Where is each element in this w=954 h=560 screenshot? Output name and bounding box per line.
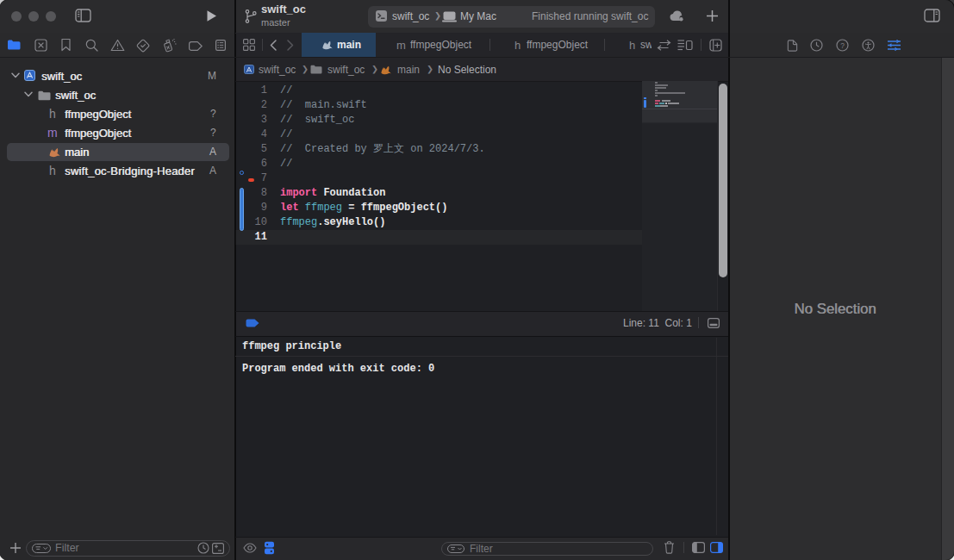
svg-text:?: ? — [840, 41, 845, 50]
